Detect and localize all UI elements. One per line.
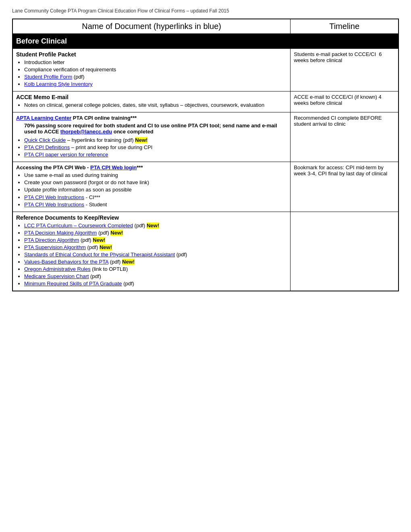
accessing-pta-sub-list: PTA CPI Web Instructions - CI*** PTA CPI… — [24, 194, 287, 208]
list-item: PTA CPI Web Instructions - CI*** — [24, 194, 287, 200]
student-profile-title: Student Profile Packet — [16, 51, 287, 58]
standards-ethical-conduct-link[interactable]: Standards of Ethical Conduct for the Phy… — [24, 251, 175, 258]
apta-learning-list: Quick Click Guide – hyperlinks for train… — [24, 137, 287, 158]
list-item: Medicare Supervision Chart (pdf) — [24, 273, 287, 279]
list-item: PTA CPI Definitions – print and keep for… — [24, 144, 287, 150]
student-profile-doc-cell: Student Profile Packet Introduction lett… — [12, 49, 291, 91]
acce-memo-doc-cell: ACCE Memo E-mail Notes on clinical, gene… — [12, 91, 291, 112]
list-item: Student Profile Form (pdf) — [24, 74, 287, 80]
minimum-required-skills-link[interactable]: Minimum Required Skills of PTA Graduate — [24, 281, 122, 287]
apta-learning-timeline: Recommended CI complete BEFORE student a… — [291, 112, 399, 162]
acce-memo-row: ACCE Memo E-mail Notes on clinical, gene… — [12, 91, 399, 112]
pta-cpi-paper-link[interactable]: PTA CPI paper version for reference — [24, 152, 108, 158]
list-item: LCC PTA Curriculum – Coursework Complete… — [24, 222, 287, 229]
student-profile-form-link[interactable]: Student Profile Form — [24, 74, 72, 80]
reference-docs-list: LCC PTA Curriculum – Coursework Complete… — [24, 222, 287, 287]
page-header: Lane Community College PTA Program Clini… — [12, 8, 399, 14]
reference-docs-row: Reference Documents to Keep/Review LCC P… — [12, 212, 399, 291]
apta-learning-subtitle: 70% passing score required for both stud… — [24, 123, 287, 135]
list-item: PTA CPI Web Instructions - Student — [24, 202, 287, 208]
student-profile-list: Introduction letter Compliance verificat… — [24, 59, 287, 87]
list-item: Kolb Learning Style Inventory — [24, 81, 287, 87]
pta-cpi-web-instructions-ci-link[interactable]: PTA CPI Web Instructions — [24, 194, 84, 200]
apta-learning-row: APTA Learning Center PTA CPI online trai… — [12, 112, 399, 162]
student-profile-timeline: Students e-mail packet to CCCE/CI 6 week… — [291, 49, 399, 91]
accessing-pta-list: Use same e-mail as used during training … — [24, 172, 287, 193]
header-title: Lane Community College PTA Program Clini… — [12, 8, 229, 14]
main-table: Name of Document (hyperlinks in blue) Ti… — [12, 19, 399, 291]
list-item: Standards of Ethical Conduct for the Phy… — [24, 251, 287, 258]
list-item: PTA Decision Making Algorithm (pdf) New! — [24, 230, 287, 236]
accessing-pta-title: Accessing the PTA CPI Web - PTA CPI Web … — [16, 164, 287, 170]
new-badge: New! — [100, 244, 112, 250]
pta-cpi-web-login-link[interactable]: PTA CPI Web login — [90, 164, 137, 170]
list-item: PTA Direction Algorithm (pdf) New! — [24, 237, 287, 243]
list-item: Update profile information as soon as po… — [24, 187, 287, 193]
col-doc-header: Name of Document (hyperlinks in blue) — [12, 19, 291, 34]
new-badge: New! — [147, 222, 159, 229]
accessing-pta-doc-cell: Accessing the PTA CPI Web - PTA CPI Web … — [12, 162, 291, 212]
reference-docs-timeline — [291, 212, 399, 291]
lcc-curriculum-link[interactable]: LCC PTA Curriculum – Coursework Complete… — [24, 222, 133, 229]
kolb-learning-link[interactable]: Kolb Learning Style Inventory — [24, 81, 93, 87]
acce-memo-title: ACCE Memo E-mail — [16, 94, 287, 100]
pta-cpi-definitions-link[interactable]: PTA CPI Definitions — [24, 144, 70, 150]
oregon-admin-rules-link[interactable]: Oregon Administrative Rules — [24, 266, 91, 272]
values-based-behaviors-link[interactable]: Values-Based Behaviors for the PTA — [24, 259, 108, 265]
thorpeb-email-link[interactable]: thorpeb@lanecc.edu — [60, 129, 112, 135]
col-timeline-header: Timeline — [291, 19, 399, 34]
quick-click-guide-link[interactable]: Quick Click Guide — [24, 137, 66, 143]
new-badge: New! — [122, 259, 135, 265]
list-item: Create your own password (forgot or do n… — [24, 179, 287, 185]
list-item: Compliance verification of requirements — [24, 66, 287, 73]
acce-memo-list: Notes on clinical, general college polic… — [24, 102, 287, 108]
pta-decision-making-link[interactable]: PTA Decision Making Algorithm — [24, 230, 97, 236]
new-badge: New! — [110, 230, 123, 236]
before-clinical-header-row: Before Clinical — [12, 34, 399, 49]
reference-docs-title: Reference Documents to Keep/Review — [16, 214, 287, 221]
pta-cpi-web-instructions-student-link[interactable]: PTA CPI Web Instructions — [24, 202, 84, 208]
pta-supervision-algorithm-link[interactable]: PTA Supervision Algorithm — [24, 244, 86, 250]
before-clinical-label: Before Clinical — [12, 34, 399, 49]
new-badge: New! — [93, 237, 105, 243]
list-item: PTA CPI paper version for reference — [24, 152, 287, 158]
new-badge: New! — [135, 137, 147, 143]
student-profile-row: Student Profile Packet Introduction lett… — [12, 49, 399, 91]
accessing-pta-row: Accessing the PTA CPI Web - PTA CPI Web … — [12, 162, 399, 212]
list-item: Oregon Administrative Rules (link to OPT… — [24, 266, 287, 272]
list-item: Notes on clinical, general college polic… — [24, 102, 287, 108]
apta-learning-title: APTA Learning Center PTA CPI online trai… — [16, 115, 287, 121]
table-header-row: Name of Document (hyperlinks in blue) Ti… — [12, 19, 399, 34]
acce-memo-timeline: ACCE e-mail to CCCE/CI (if known) 4 week… — [291, 91, 399, 112]
list-item: Use same e-mail as used during training — [24, 172, 287, 178]
list-item: PTA Supervision Algorithm (pdf) New! — [24, 244, 287, 250]
list-item: Minimum Required Skills of PTA Graduate … — [24, 281, 287, 287]
reference-docs-doc-cell: Reference Documents to Keep/Review LCC P… — [12, 212, 291, 291]
list-item: Values-Based Behaviors for the PTA (pdf)… — [24, 259, 287, 265]
medicare-supervision-chart-link[interactable]: Medicare Supervision Chart — [24, 273, 89, 279]
list-item: Quick Click Guide – hyperlinks for train… — [24, 137, 287, 143]
apta-learning-center-link[interactable]: APTA Learning Center — [16, 115, 71, 121]
apta-learning-doc-cell: APTA Learning Center PTA CPI online trai… — [12, 112, 291, 162]
accessing-pta-timeline: Bookmark for access: CPI mid-term by wee… — [291, 162, 399, 212]
pta-direction-algorithm-link[interactable]: PTA Direction Algorithm — [24, 237, 79, 243]
list-item: Introduction letter — [24, 59, 287, 65]
